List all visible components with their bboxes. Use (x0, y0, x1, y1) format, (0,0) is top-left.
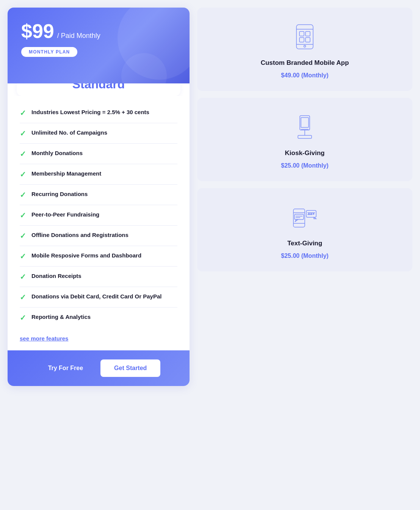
feature-text: Membership Management (31, 169, 101, 178)
svg-marker-19 (295, 220, 298, 222)
check-icon: ✓ (20, 108, 26, 118)
check-icon: ✓ (20, 231, 26, 240)
svg-rect-4 (306, 31, 310, 36)
check-icon: ✓ (20, 170, 26, 179)
addon-title-text: Text-Giving (287, 240, 322, 247)
addon-price-kiosk: $25.00 (Monthly) (281, 162, 328, 169)
feature-text: Offline Donations and Registrations (31, 231, 129, 239)
text-giving-icon (288, 200, 322, 234)
feature-item: ✓Offline Donations and Registrations (20, 226, 177, 246)
svg-rect-20 (306, 210, 316, 217)
svg-rect-13 (293, 209, 305, 227)
see-more-link[interactable]: see more features (20, 335, 68, 342)
page-container: $99 / Paid Monthly MONTHLY PLAN Standard… (8, 8, 412, 386)
price-amount: $99 (21, 21, 54, 41)
svg-point-25 (311, 213, 312, 215)
feature-text: Unlimited No. of Campaigns (31, 129, 107, 137)
svg-rect-3 (299, 31, 304, 36)
pricing-card: $99 / Paid Monthly MONTHLY PLAN Standard… (8, 8, 190, 386)
try-free-button[interactable]: Try For Free (37, 359, 94, 377)
feature-item: ✓Recurring Donations (20, 185, 177, 205)
addon-price-text: $25.00 (Monthly) (281, 253, 328, 259)
svg-rect-16 (295, 214, 304, 220)
feature-text: Donation Receipts (31, 272, 81, 280)
addon-title-mobile: Custom Branded Mobile App (261, 59, 349, 67)
plan-badge: MONTHLY PLAN (21, 47, 77, 57)
feature-item: ✓Donation Receipts (20, 267, 177, 287)
kiosk-icon (288, 110, 322, 144)
svg-point-7 (304, 46, 306, 47)
plan-footer: Try For Free Get Started (8, 350, 190, 386)
feature-text: Reporting & Analytics (31, 313, 91, 321)
feature-text: Monthly Donations (31, 149, 83, 157)
feature-item: ✓Monthly Donations (20, 144, 177, 164)
addon-card-text: Text-Giving $25.00 (Monthly) (197, 188, 412, 271)
svg-rect-5 (299, 38, 304, 42)
feature-item: ✓Donations via Debit Card, Credit Card O… (20, 287, 177, 308)
svg-rect-11 (301, 118, 309, 127)
price-period: / Paid Monthly (57, 32, 100, 40)
feature-item: ✓Mobile Resposive Forms and Dashboard (20, 246, 177, 267)
plan-header: $99 / Paid Monthly MONTHLY PLAN (8, 8, 190, 83)
check-icon: ✓ (20, 129, 26, 138)
check-icon: ✓ (20, 293, 26, 302)
svg-rect-6 (306, 38, 310, 42)
feature-item: ✓Peer-to-Peer Fundraising (20, 205, 177, 226)
addon-price-mobile: $49.00 (Monthly) (281, 72, 328, 79)
addons-panel: Custom Branded Mobile App $49.00 (Monthl… (197, 8, 412, 271)
check-icon: ✓ (20, 272, 26, 281)
price-line: $99 / Paid Monthly (21, 21, 176, 41)
feature-item: ✓Reporting & Analytics (20, 308, 177, 328)
features-list: ✓Industries Lowest Pricing = 2.5% + 30 c… (8, 96, 190, 331)
feature-item: ✓Membership Management (20, 164, 177, 185)
check-icon: ✓ (20, 149, 26, 158)
addon-card-mobile: Custom Branded Mobile App $49.00 (Monthl… (197, 8, 412, 91)
check-icon: ✓ (20, 252, 26, 261)
svg-rect-10 (298, 135, 312, 138)
feature-item: ✓Unlimited No. of Campaigns (20, 123, 177, 144)
mobile-icon (288, 20, 322, 54)
check-icon: ✓ (20, 211, 26, 220)
addon-title-kiosk: Kiosk-Giving (285, 149, 325, 157)
feature-text: Industries Lowest Pricing = 2.5% + 30 ce… (31, 108, 149, 116)
feature-text: Peer-to-Peer Fundraising (31, 210, 99, 219)
svg-point-24 (309, 213, 310, 215)
addon-card-kiosk: Kiosk-Giving $25.00 (Monthly) (197, 98, 412, 181)
feature-text: Recurring Donations (31, 190, 88, 198)
see-more-section: see more features (8, 331, 190, 350)
get-started-button[interactable]: Get Started (100, 359, 160, 377)
feature-text: Mobile Resposive Forms and Dashboard (31, 251, 141, 260)
feature-item: ✓Industries Lowest Pricing = 2.5% + 30 c… (20, 103, 177, 123)
svg-point-26 (313, 213, 314, 215)
check-icon: ✓ (20, 313, 26, 322)
check-icon: ✓ (20, 190, 26, 199)
feature-text: Donations via Debit Card, Credit Card Or… (31, 292, 161, 301)
